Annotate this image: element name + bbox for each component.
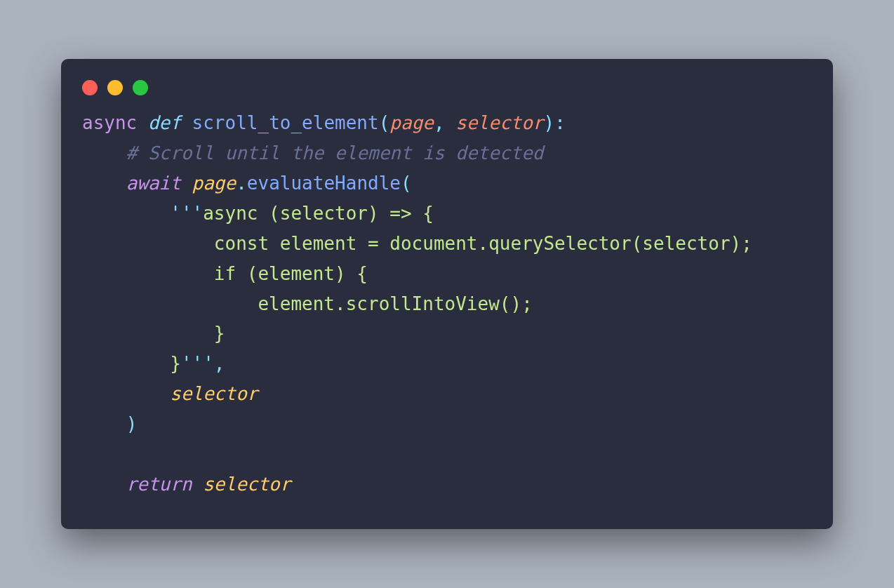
function-name: scroll_to_element xyxy=(192,112,379,133)
window-close-icon[interactable] xyxy=(82,80,98,95)
traffic-lights xyxy=(82,77,812,108)
paren-open: ( xyxy=(379,112,390,133)
string-close-quote: ''' xyxy=(181,353,214,374)
keyword-return: return xyxy=(126,474,192,495)
comment: # Scroll until the element is detected xyxy=(126,142,544,163)
object-page: page xyxy=(192,173,236,194)
dot: . xyxy=(236,173,247,194)
method-name: evaluateHandle xyxy=(247,173,401,194)
paren-close: ): xyxy=(544,112,566,133)
string-line-1: async (selector) => { xyxy=(203,203,434,224)
call-close: ) xyxy=(126,413,138,434)
comma: , xyxy=(434,112,455,133)
keyword-def: def xyxy=(148,112,181,133)
call-open: ( xyxy=(401,173,412,194)
window-minimize-icon[interactable] xyxy=(107,80,123,95)
string-line-5: } xyxy=(82,323,225,344)
stage: async def scroll_to_element(page, select… xyxy=(0,0,894,588)
return-value: selector xyxy=(203,474,291,495)
string-line-2: const element = document.querySelector(s… xyxy=(82,233,752,254)
string-line-3: if (element) { xyxy=(82,263,368,284)
param-selector: selector xyxy=(455,112,543,133)
arg-comma: , xyxy=(214,353,225,374)
string-line-4: element.scrollIntoView(); xyxy=(82,293,533,314)
window-zoom-icon[interactable] xyxy=(133,80,148,95)
arg-selector: selector xyxy=(170,383,258,404)
code-window: async def scroll_to_element(page, select… xyxy=(61,59,833,529)
param-page: page xyxy=(389,112,434,133)
keyword-await: await xyxy=(126,173,181,194)
code-block: async def scroll_to_element(page, select… xyxy=(82,108,812,500)
string-line-6: } xyxy=(82,353,181,374)
keyword-async: async xyxy=(82,112,137,133)
string-open-quote: ''' xyxy=(170,203,203,224)
